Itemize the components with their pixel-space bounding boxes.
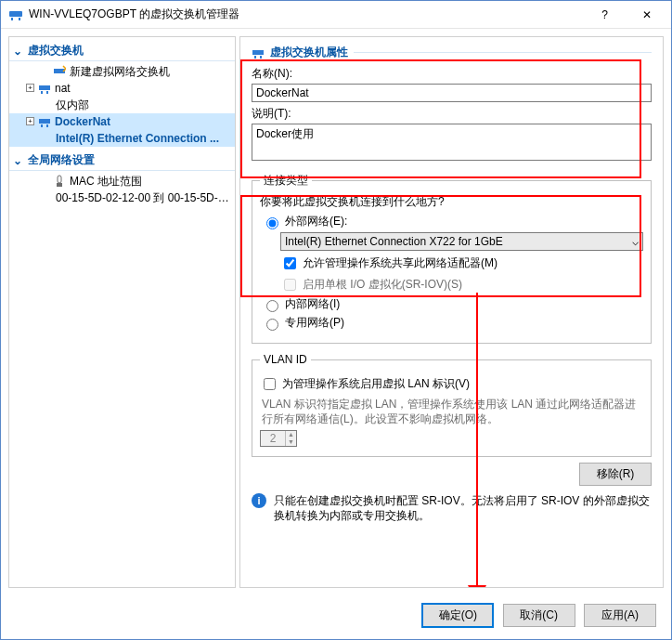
collapse-icon: ⌄ [13, 45, 22, 58]
svg-rect-5 [41, 91, 43, 94]
chk-allow-mgmt-label: 允许管理操作系统共享此网络适配器(M) [303, 255, 498, 271]
radio-external[interactable] [266, 217, 278, 229]
radio-private-label: 专用网络(P) [285, 315, 344, 331]
desc-input[interactable] [252, 124, 652, 161]
svg-rect-4 [39, 85, 50, 90]
window-title: WIN-VVLEQ7OGBPT 的虚拟交换机管理器 [29, 7, 584, 22]
radio-internal[interactable] [266, 300, 278, 312]
svg-rect-7 [39, 119, 50, 124]
conn-type-legend: 连接类型 [260, 173, 312, 189]
svg-rect-14 [260, 56, 262, 59]
name-input[interactable] [252, 84, 652, 102]
expand-icon[interactable]: + [26, 84, 34, 92]
svg-rect-11 [57, 183, 62, 187]
svg-rect-6 [46, 91, 48, 94]
adapter-select[interactable]: Intel(R) Ethernet Connection X722 for 1G… [280, 232, 643, 251]
svg-rect-8 [41, 124, 43, 127]
vlan-group: VLAN ID 为管理操作系统启用虚拟 LAN 标识(V) VLAN 标识符指定… [252, 353, 652, 457]
panel-title: 虚拟交换机属性 [252, 45, 652, 60]
titlebar: WIN-VVLEQ7OGBPT 的虚拟交换机管理器 ? ✕ [1, 1, 671, 29]
chk-sriov-label: 启用单根 I/O 虚拟化(SR-IOV)(S) [303, 277, 462, 293]
spinner-arrows: ▲▼ [285, 431, 296, 446]
collapse-icon: ⌄ [13, 154, 22, 167]
footer: 确定(O) 取消(C) 应用(A) [1, 595, 671, 639]
vlan-id-spinner: ▲▼ [260, 430, 297, 447]
tree-item-new-switch[interactable]: 新建虚拟网络交换机 [9, 63, 235, 80]
radio-internal-row: 内部网络(I) [262, 296, 643, 312]
sriov-info: i 只能在创建虚拟交换机时配置 SR-IOV。无法将启用了 SR-IOV 的外部… [252, 493, 652, 523]
tree-item-dockernat[interactable]: + DockerNat [9, 113, 235, 130]
vlan-id-input [261, 431, 285, 446]
remove-button[interactable]: 移除(R) [579, 463, 652, 486]
tree-item-mac[interactable]: MAC 地址范围 [9, 173, 235, 189]
svg-rect-0 [9, 11, 22, 17]
tree-section-switches[interactable]: ⌄ 虚拟交换机 [9, 41, 235, 61]
window: WIN-VVLEQ7OGBPT 的虚拟交换机管理器 ? ✕ ⌄ 虚拟交换机 新建… [0, 0, 672, 640]
expand-icon[interactable]: + [26, 117, 34, 125]
cancel-button[interactable]: 取消(C) [503, 604, 575, 627]
ok-button[interactable]: 确定(O) [421, 603, 494, 628]
chk-vlan-label: 为管理操作系统启用虚拟 LAN 标识(V) [282, 376, 470, 392]
switch-icon [38, 82, 51, 95]
vlan-hint: VLAN 标识符指定虚拟 LAN，管理操作系统使用该 LAN 通过此网络适配器进… [262, 397, 643, 426]
new-switch-icon [53, 65, 66, 78]
radio-external-label: 外部网络(E): [285, 214, 347, 229]
radio-private[interactable] [266, 319, 278, 331]
mac-range-icon [53, 175, 66, 188]
vlan-legend: VLAN ID [260, 353, 311, 366]
svg-rect-13 [254, 56, 256, 59]
svg-rect-9 [46, 124, 48, 127]
chk-allow-mgmt[interactable] [284, 257, 296, 269]
detail-panel: 虚拟交换机属性 名称(N): 说明(T): 连接类型 你要将此虚拟交换机连接到什… [239, 36, 664, 588]
chk-sriov [284, 279, 296, 291]
name-label: 名称(N): [252, 66, 652, 82]
info-icon: i [252, 493, 266, 508]
conn-type-group: 连接类型 你要将此虚拟交换机连接到什么地方? 外部网络(E): Intel(R)… [252, 173, 652, 344]
app-icon [8, 7, 23, 22]
svg-rect-1 [11, 18, 13, 20]
svg-rect-12 [252, 50, 264, 55]
chk-vlan[interactable] [264, 378, 276, 390]
apply-button[interactable]: 应用(A) [584, 604, 656, 627]
radio-private-row: 专用网络(P) [262, 315, 643, 331]
radio-external-row: 外部网络(E): [262, 214, 643, 229]
desc-label: 说明(T): [252, 106, 652, 122]
tree-panel: ⌄ 虚拟交换机 新建虚拟网络交换机 + nat 仅内部 + DockerNat [8, 36, 236, 588]
chevron-down-icon: ⌵ [632, 235, 639, 248]
help-button[interactable]: ? [584, 1, 626, 28]
radio-internal-label: 内部网络(I) [285, 296, 340, 312]
svg-rect-2 [19, 18, 20, 20]
switch-icon [252, 46, 265, 59]
tree-section-global[interactable]: ⌄ 全局网络设置 [9, 150, 235, 171]
close-button[interactable]: ✕ [626, 1, 667, 28]
tree-item-dockernat-sub[interactable]: Intel(R) Ethernet Connection ... [9, 130, 235, 147]
tree-item-mac-sub[interactable]: 00-15-5D-02-12-00 到 00-15-5D-0... [9, 189, 235, 206]
svg-rect-10 [58, 176, 61, 183]
tree-item-nat-sub[interactable]: 仅内部 [9, 97, 235, 113]
tree-item-nat[interactable]: + nat [9, 80, 235, 97]
switch-icon [38, 115, 51, 128]
conn-question: 你要将此虚拟交换机连接到什么地方? [260, 194, 643, 210]
